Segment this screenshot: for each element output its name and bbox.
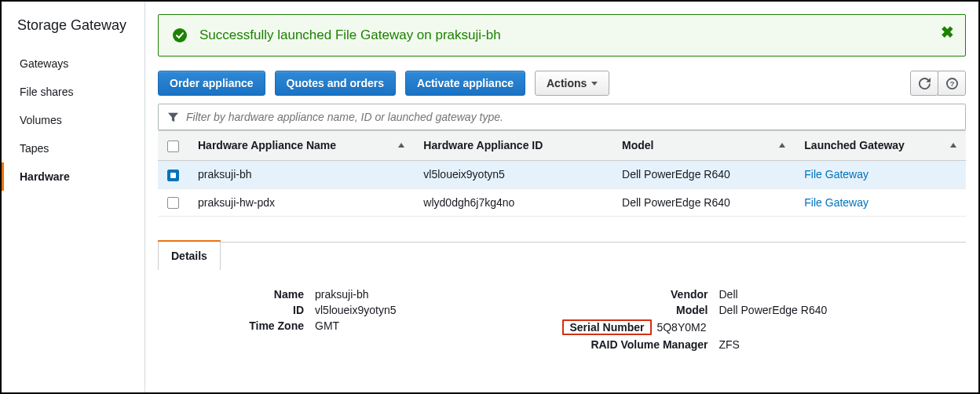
cell-name: praksuji-bh <box>188 160 414 188</box>
tab-details[interactable]: Details <box>158 242 221 270</box>
label-model: Model <box>562 304 719 316</box>
cell-id: wlyd0dgh6j7kg4no <box>414 188 612 217</box>
cell-name: praksuji-hw-pdx <box>188 188 414 217</box>
col-id[interactable]: Hardware Appliance ID <box>414 131 612 161</box>
toolbar: Order appliance Quotes and orders Activa… <box>158 71 966 96</box>
col-gateway[interactable]: Launched Gateway <box>795 131 966 161</box>
sidebar-item-tapes[interactable]: Tapes <box>2 134 144 162</box>
value-model: Dell PowerEdge R640 <box>719 304 967 316</box>
activate-appliance-button[interactable]: Activate appliance <box>405 71 525 96</box>
label-timezone: Time Zone <box>158 319 315 332</box>
select-all-header[interactable] <box>158 131 188 161</box>
sidebar-item-hardware[interactable]: Hardware <box>2 162 144 191</box>
refresh-button[interactable] <box>910 71 938 96</box>
main-content: Successfully launched File Gateway on pr… <box>145 2 978 392</box>
sidebar-item-volumes[interactable]: Volumes <box>2 106 144 134</box>
details-section: Details Namepraksuji-bh IDvl5loueix9yoty… <box>158 240 966 368</box>
row-checkbox[interactable] <box>167 170 179 181</box>
quotes-orders-button[interactable]: Quotes and orders <box>275 71 396 96</box>
label-name: Name <box>158 288 315 301</box>
cell-gateway-link[interactable]: File Gateway <box>804 196 868 209</box>
svg-point-0 <box>173 28 187 42</box>
sidebar-item-gateways[interactable]: Gateways <box>2 49 144 78</box>
value-id: vl5loueix9yotyn5 <box>315 304 562 316</box>
col-model[interactable]: Model <box>612 131 795 161</box>
label-raid: RAID Volume Manager <box>562 338 719 351</box>
table-row[interactable]: praksuji-hw-pdxwlyd0dgh6j7kg4noDell Powe… <box>158 188 966 217</box>
label-id: ID <box>158 304 315 316</box>
sidebar-item-file-shares[interactable]: File shares <box>2 78 144 106</box>
sidebar-title: Storage Gateway <box>2 17 144 49</box>
filter-bar <box>158 104 966 130</box>
col-name[interactable]: Hardware Appliance Name <box>188 131 414 161</box>
alert-text: Successfully launched File Gateway on pr… <box>199 27 501 43</box>
cell-id: vl5loueix9yotyn5 <box>414 160 612 188</box>
details-right: VendorDell ModelDell PowerEdge R640 Seri… <box>562 286 967 352</box>
check-circle-icon <box>173 28 187 42</box>
value-name: praksuji-bh <box>315 288 562 301</box>
cell-model: Dell PowerEdge R640 <box>612 188 795 217</box>
filter-icon <box>168 112 178 122</box>
order-appliance-button[interactable]: Order appliance <box>158 71 265 96</box>
filter-input[interactable] <box>186 111 956 123</box>
appliance-table: Hardware Appliance Name Hardware Applian… <box>158 130 966 217</box>
close-icon[interactable]: ✖ <box>941 23 954 42</box>
value-timezone: GMT <box>315 319 562 332</box>
label-vendor: Vendor <box>562 288 719 301</box>
sidebar: Storage Gateway GatewaysFile sharesVolum… <box>2 2 145 392</box>
details-left: Namepraksuji-bh IDvl5loueix9yotyn5 Time … <box>158 286 562 352</box>
value-raid: ZFS <box>719 338 967 351</box>
label-serial: Serial Number <box>562 319 653 335</box>
success-alert: Successfully launched File Gateway on pr… <box>158 14 966 57</box>
help-icon: ? <box>946 78 958 89</box>
refresh-icon <box>919 78 931 89</box>
help-button[interactable]: ? <box>938 71 966 96</box>
value-serial: 5Q8Y0M2 <box>656 321 966 334</box>
actions-button[interactable]: Actions <box>535 71 609 96</box>
value-vendor: Dell <box>719 288 967 301</box>
table-row[interactable]: praksuji-bhvl5loueix9yotyn5Dell PowerEdg… <box>158 160 966 188</box>
row-checkbox[interactable] <box>167 197 179 209</box>
chevron-down-icon <box>591 82 598 86</box>
svg-text:?: ? <box>949 80 954 88</box>
cell-gateway-link[interactable]: File Gateway <box>804 168 868 181</box>
cell-model: Dell PowerEdge R640 <box>612 160 795 188</box>
